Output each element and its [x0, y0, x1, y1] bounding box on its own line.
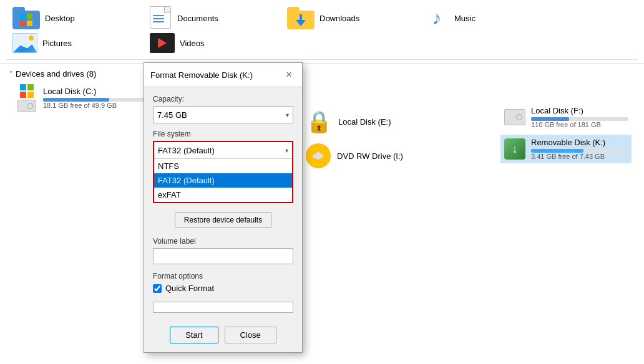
- drive-c-name: Local Disk (C:): [43, 87, 147, 96]
- volume-label-section: Volume label: [153, 237, 293, 264]
- devices-title: ˅ Devices and drives (8): [6, 67, 641, 84]
- downloads-folder-label: Downloads: [320, 14, 359, 23]
- explorer-window: Desktop Documents: [0, 0, 644, 364]
- capacity-dropdown[interactable]: 7.45 GB ▾: [153, 106, 293, 123]
- filesystem-dropdown-arrow: ▾: [285, 147, 288, 154]
- quick-format-checkbox[interactable]: [153, 284, 162, 293]
- drive-f-name: Local Disk (F:): [531, 106, 628, 115]
- music-folder-label: Music: [454, 14, 476, 23]
- drive-k-info: Removable Disk (K:) 3.41 GB free of 7.43…: [531, 138, 628, 160]
- filesystem-option-exfat[interactable]: exFAT: [154, 188, 292, 202]
- desktop-folder-label: Desktop: [45, 14, 75, 23]
- folder-desktop[interactable]: Desktop: [12, 6, 150, 30]
- volume-label-label: Volume label: [153, 237, 293, 246]
- folder-documents[interactable]: Documents: [150, 6, 287, 30]
- capacity-dropdown-arrow: ▾: [286, 112, 289, 118]
- dialog-titlebar: Format Removable Disk (K:) ×: [144, 63, 302, 87]
- restore-defaults-button[interactable]: Restore device defaults: [175, 212, 271, 228]
- dvd-icon: DVD: [306, 143, 331, 168]
- volume-label-input[interactable]: [153, 248, 293, 264]
- filesystem-dropdown-wrapper: FAT32 (Default) ▾ NTFS FAT32 (Default) e…: [153, 141, 293, 203]
- pictures-folder-label: Pictures: [42, 39, 72, 48]
- desktop-folder-icon: [12, 7, 40, 29]
- drive-c-icon: [16, 87, 38, 109]
- filesystem-option-ntfs[interactable]: NTFS: [154, 159, 292, 173]
- quick-format-row: Quick Format: [153, 284, 293, 293]
- drive-c-info: Local Disk (C:) 18.1 GB free of 49.9 GB: [43, 87, 147, 109]
- filesystem-selected: FAT32 (Default): [158, 146, 215, 155]
- format-options-section: Format options Quick Format: [153, 272, 293, 293]
- dialog-title: Format Removable Disk (K:): [150, 70, 253, 80]
- drive-local-c[interactable]: Local Disk (C:) 18.1 GB free of 49.9 GB: [12, 84, 150, 112]
- folder-videos[interactable]: Videos: [150, 33, 287, 53]
- drive-f-space: 110 GB free of 181 GB: [531, 121, 628, 128]
- drive-f-info: Local Disk (F:) 110 GB free of 181 GB: [531, 106, 628, 128]
- drive-k-space: 3.41 GB free of 7.43 GB: [531, 153, 628, 160]
- drive-local-e[interactable]: 🔒 Local Disk (E:): [306, 109, 391, 134]
- dialog-body: Capacity: 7.45 GB ▾ File system FAT32 (D…: [144, 87, 302, 320]
- folder-downloads[interactable]: Downloads: [287, 6, 424, 30]
- capacity-label: Capacity:: [153, 95, 293, 103]
- quick-format-label: Quick Format: [165, 284, 214, 293]
- format-dialog: Format Removable Disk (K:) × Capacity: 7…: [144, 62, 303, 353]
- format-progress-bar: [153, 302, 293, 313]
- top-folders-row: Desktop Documents: [0, 0, 644, 33]
- devices-title-label: Devices and drives (8): [16, 69, 96, 79]
- videos-folder-label: Videos: [180, 39, 205, 48]
- filesystem-options-list: NTFS FAT32 (Default) exFAT: [154, 158, 292, 202]
- chevron-icon: ˅: [9, 70, 12, 77]
- pictures-folder-icon: [12, 33, 37, 53]
- right-drives-panel: Local Disk (F:) 110 GB free of 181 GB ↓ …: [500, 103, 632, 163]
- capacity-value: 7.45 GB: [157, 110, 187, 120]
- drive-dvd-i[interactable]: DVD DVD RW Drive (I:): [306, 143, 403, 168]
- drive-e-info: Local Disk (E:): [338, 117, 391, 127]
- drive-removable-k[interactable]: ↓ Removable Disk (K:) 3.41 GB free of 7.…: [500, 135, 632, 163]
- folder-pictures[interactable]: Pictures: [12, 33, 150, 53]
- filesystem-label: File system: [153, 130, 293, 138]
- drive-k-name: Removable Disk (K:): [531, 138, 628, 147]
- drive-local-f[interactable]: Local Disk (F:) 110 GB free of 181 GB: [500, 103, 632, 132]
- filesystem-option-fat32[interactable]: FAT32 (Default): [154, 173, 292, 188]
- lock-icon: 🔒: [306, 109, 332, 134]
- videos-folder-icon: [150, 33, 175, 53]
- separator: [6, 59, 638, 60]
- music-folder-icon: ♪: [424, 7, 449, 29]
- drive-dvd-info: DVD RW Drive (I:): [337, 151, 403, 161]
- drive-f-icon: [504, 106, 526, 128]
- drive-k-icon: ↓: [504, 138, 526, 160]
- documents-folder-icon: [150, 6, 172, 30]
- format-options-label: Format options: [153, 272, 293, 280]
- drive-dvd-name: DVD RW Drive (I:): [337, 151, 403, 161]
- progress-section: [153, 302, 293, 313]
- dialog-footer: Start Close: [144, 320, 302, 352]
- filesystem-dropdown[interactable]: FAT32 (Default) ▾: [154, 142, 292, 158]
- close-dialog-button[interactable]: Close: [225, 327, 276, 343]
- drive-c-space: 18.1 GB free of 49.9 GB: [43, 102, 147, 109]
- downloads-folder-icon: [287, 7, 315, 29]
- documents-folder-label: Documents: [177, 14, 218, 23]
- folder-music[interactable]: ♪ Music: [424, 6, 562, 30]
- dialog-close-button[interactable]: ×: [282, 68, 296, 82]
- second-folders-row: Pictures Videos: [0, 33, 644, 56]
- start-button[interactable]: Start: [170, 327, 218, 343]
- drive-e-name: Local Disk (E:): [338, 117, 391, 127]
